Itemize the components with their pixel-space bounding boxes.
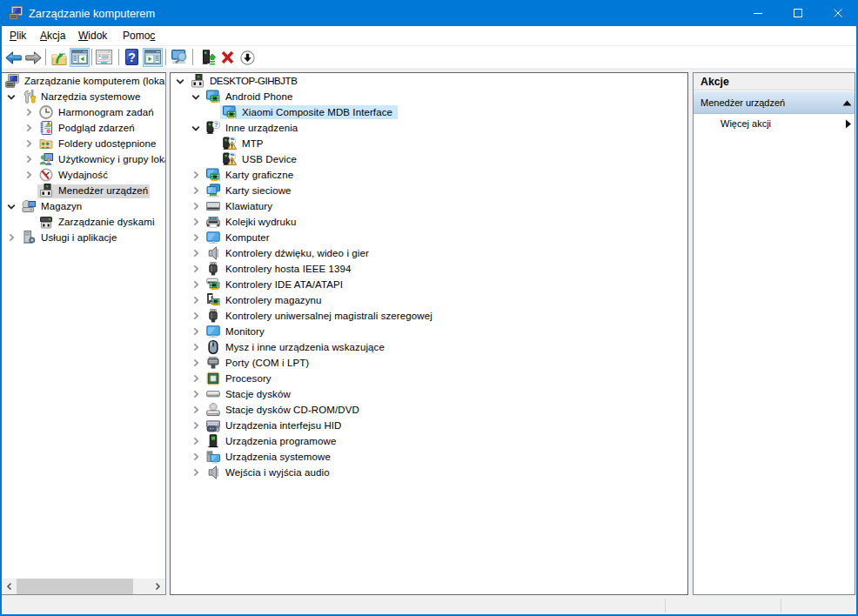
svg-text:?: ? xyxy=(128,50,136,64)
svg-text:?: ? xyxy=(214,121,218,129)
